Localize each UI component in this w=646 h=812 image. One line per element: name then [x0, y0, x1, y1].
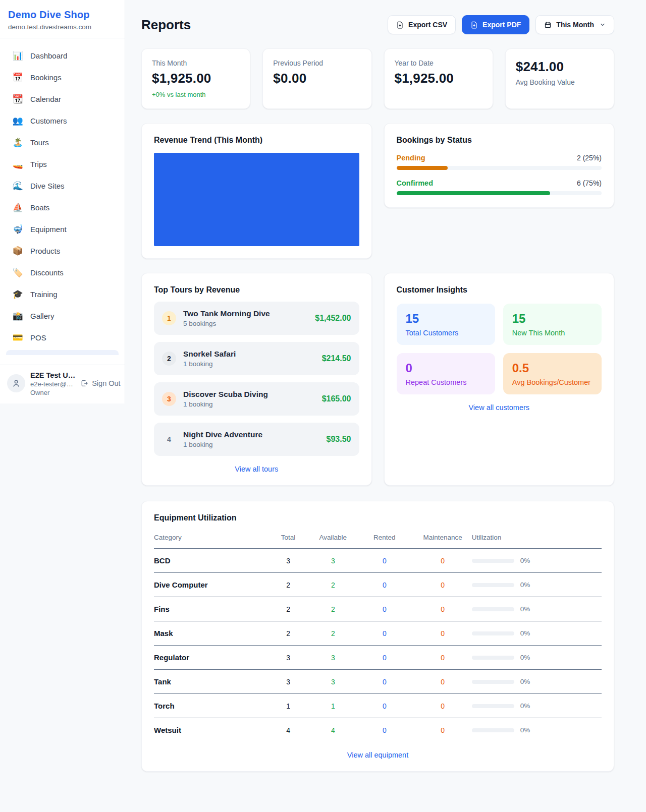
tear-calendar-icon: 📆 [12, 95, 23, 103]
sign-out-button[interactable]: Sign Out [80, 379, 120, 387]
sidebar-item-dashboard[interactable]: 📊 Dashboard [0, 46, 125, 65]
sidebar-item-customers[interactable]: 👥 Customers [0, 111, 125, 130]
sidebar-item-dive-sites[interactable]: 🌊 Dive Sites [0, 177, 125, 195]
sidebar-header: Demo Dive Shop demo.test.divestreams.com [0, 0, 125, 38]
user-role: Owner [30, 389, 75, 396]
cell-available: 2 [310, 597, 355, 621]
utilization-percent: 0% [520, 654, 530, 661]
stat-label: Avg Booking Value [516, 78, 604, 86]
sidebar-item-tours[interactable]: 🏝️ Tours [0, 133, 125, 151]
bookings-by-status-card: Bookings by Status Pending 2 (25%) Confi… [384, 123, 615, 208]
dive-mask-icon: 🤿 [12, 225, 23, 234]
sidebar-item-discounts[interactable]: 🏷️ Discounts [0, 263, 125, 281]
sidebar: Demo Dive Shop demo.test.divestreams.com… [0, 0, 125, 403]
sidebar-item-boats[interactable]: ⛵ Boats [0, 198, 125, 216]
tour-row: 2 Snorkel Safari 1 booking $214.50 [154, 342, 359, 375]
utilization-percent: 0% [520, 702, 530, 710]
export-csv-button[interactable]: Export CSV [388, 15, 456, 34]
user-info: E2E Test U… e2e-tester@… Owner [30, 371, 75, 396]
speedboat-icon: 🚤 [12, 160, 23, 168]
insight-value: 15 [406, 312, 486, 326]
cell-total: 2 [266, 573, 311, 597]
insight-grid: 15 Total Customers 15 New This Month 0 R… [397, 304, 602, 394]
table-row: Wetsuit 4 4 0 0 0% [154, 718, 602, 742]
utilization-bar-track [472, 728, 514, 732]
tour-row: 4 Night Dive Adventure 1 booking $93.50 [154, 423, 359, 456]
sidebar-item-label: Gallery [30, 312, 55, 320]
table-row: Fins 2 2 0 0 0% [154, 597, 602, 621]
col-rented: Rented [355, 530, 413, 549]
table-row: Mask 2 2 0 0 0% [154, 621, 602, 646]
sidebar-item-label: Discounts [30, 268, 64, 277]
sidebar-item-training[interactable]: 🎓 Training [0, 285, 125, 303]
cell-category: Fins [154, 597, 266, 621]
view-all-equipment-link[interactable]: View all equipment [154, 751, 602, 759]
sidebar-nav: 📊 Dashboard 📅 Bookings 📆 Calendar 👥 Cust… [0, 38, 125, 365]
cell-maintenance: 0 [413, 597, 471, 621]
calendar-date-icon: 📅 [12, 73, 23, 82]
status-value: 2 (25%) [577, 154, 602, 162]
cell-maintenance: 0 [413, 573, 471, 597]
shop-domain: demo.test.divestreams.com [8, 23, 113, 31]
insight-tile-new-this-month: 15 New This Month [503, 304, 602, 345]
utilization-percent: 0% [520, 605, 530, 613]
export-pdf-button[interactable]: Export PDF [462, 15, 529, 34]
period-dropdown[interactable]: This Month [535, 15, 614, 34]
sidebar-item-calendar[interactable]: 📆 Calendar [0, 90, 125, 108]
view-all-tours-link[interactable]: View all tours [154, 465, 359, 473]
tour-name: Night Dive Adventure [183, 430, 262, 439]
rank-badge: 4 [162, 432, 176, 446]
sidebar-item-bookings[interactable]: 📅 Bookings [0, 68, 125, 86]
card-title: Bookings by Status [397, 136, 602, 145]
cell-rented: 0 [355, 718, 413, 742]
sidebar-item-gallery[interactable]: 📸 Gallery [0, 307, 125, 325]
card-title: Equipment Utilization [154, 513, 602, 523]
view-all-customers-link[interactable]: View all customers [397, 403, 602, 412]
cell-available: 3 [310, 670, 355, 694]
cell-utilization: 0% [472, 694, 602, 718]
sidebar-item-label: Training [30, 290, 58, 299]
cell-total: 2 [266, 621, 311, 646]
utilization-percent: 0% [520, 678, 530, 685]
utilization-bar-track [472, 559, 514, 563]
person-icon [12, 379, 21, 388]
insight-label: New This Month [512, 329, 593, 337]
cell-utilization: 0% [472, 597, 602, 621]
cell-total: 3 [266, 549, 311, 573]
chevron-down-icon [600, 22, 606, 28]
cell-category: Tank [154, 670, 266, 694]
sidebar-item-trips[interactable]: 🚤 Trips [0, 155, 125, 173]
utilization-bar-track [472, 631, 514, 635]
utilization-percent: 0% [520, 557, 530, 564]
sidebar-item-label: Products [30, 247, 60, 255]
status-bar-track [397, 191, 602, 195]
cell-rented: 0 [355, 670, 413, 694]
sidebar-item-products[interactable]: 📦 Products [0, 242, 125, 260]
card-title: Customer Insights [397, 285, 602, 295]
sidebar-item-equipment[interactable]: 🤿 Equipment [0, 220, 125, 238]
utilization-percent: 0% [520, 726, 530, 734]
card-title: Revenue Trend (This Month) [154, 136, 359, 145]
rank-badge: 1 [162, 311, 176, 325]
customer-insights-card: Customer Insights 15 Total Customers 15 … [384, 273, 615, 486]
people-icon: 👥 [12, 117, 23, 125]
user-profile: E2E Test U… e2e-tester@… Owner Sign Out [0, 365, 125, 403]
cell-available: 1 [310, 694, 355, 718]
sidebar-item-pos[interactable]: 💳 POS [0, 328, 125, 346]
tour-bookings: 1 booking [183, 360, 236, 368]
camera-icon: 📸 [12, 312, 23, 320]
charts-row: Revenue Trend (This Month) Bookings by S… [141, 123, 614, 259]
tour-name: Discover Scuba Diving [183, 390, 268, 399]
table-row: Regulator 3 3 0 0 0% [154, 646, 602, 670]
sidebar-item-partially-visible[interactable] [6, 350, 119, 355]
stat-card-year-to-date: Year to Date $1,925.00 [384, 48, 493, 109]
cell-maintenance: 0 [413, 621, 471, 646]
stat-cards-row: This Month $1,925.00 +0% vs last month P… [141, 48, 614, 109]
tag-icon: 🏷️ [12, 268, 23, 277]
stat-card-previous-period: Previous Period $0.00 [262, 48, 371, 109]
sidebar-item-label: Tours [30, 138, 49, 147]
status-bar-fill [397, 191, 551, 195]
cell-maintenance: 0 [413, 646, 471, 670]
avatar [7, 374, 25, 392]
utilization-bar-track [472, 656, 514, 660]
